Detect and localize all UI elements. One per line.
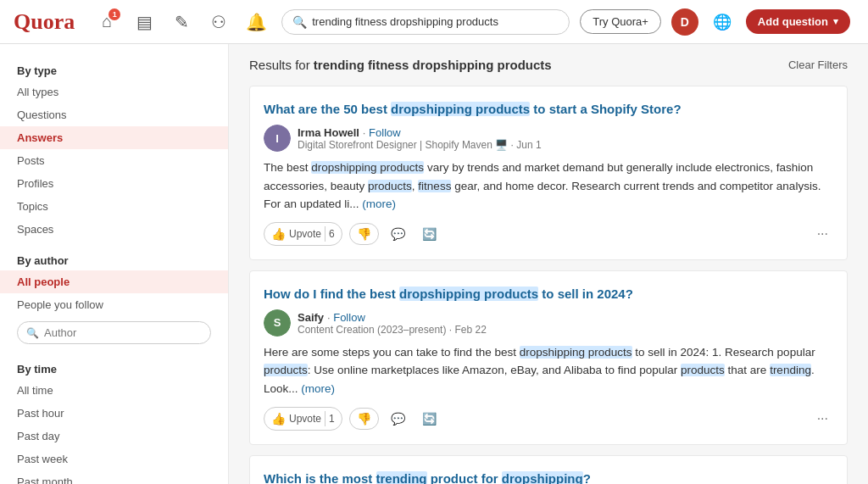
bell-icon: 🔔	[246, 12, 267, 32]
search-bar[interactable]: 🔍	[281, 9, 570, 35]
upvote-sep-1	[325, 226, 326, 242]
follow-link-2[interactable]: Follow	[333, 311, 365, 324]
logo[interactable]: Quora	[14, 9, 75, 35]
chevron-down-icon: ▾	[833, 16, 838, 27]
globe-icon[interactable]: 🌐	[709, 8, 736, 36]
by-type-section-title: By type	[0, 58, 228, 81]
bell-nav[interactable]: 🔔	[241, 7, 271, 37]
divider-2	[0, 349, 228, 356]
comment-icon-2: 💬	[391, 412, 405, 426]
more-link-2[interactable]: (more)	[301, 382, 335, 395]
upvote-count-2: 1	[329, 413, 335, 425]
author-dot-1: ·	[363, 126, 369, 139]
nav-icons: ⌂ 1 ▤ ✎ ⚇ 🔔	[92, 7, 271, 37]
follow-link-1[interactable]: Follow	[369, 126, 401, 139]
share-icon-2: 🔄	[422, 412, 437, 426]
highlight-body-7: trending	[770, 364, 811, 376]
sidebar-item-all-people[interactable]: All people	[0, 270, 228, 293]
highlight-3a: trending	[376, 471, 427, 484]
sidebar-item-all-types[interactable]: All types	[0, 81, 228, 103]
group-nav[interactable]: ⚇	[203, 7, 234, 37]
clear-filters-button[interactable]: Clear Filters	[788, 58, 848, 71]
card-actions-2: 👍 Upvote 1 👎 💬 🔄 ···	[264, 407, 833, 431]
user-avatar[interactable]: D	[671, 8, 698, 36]
highlight-body-2: products	[368, 180, 412, 192]
sidebar-item-topics[interactable]: Topics	[0, 195, 228, 218]
edit-nav[interactable]: ✎	[166, 7, 197, 37]
share-button-2[interactable]: 🔄	[417, 409, 442, 429]
avatar-2: S	[264, 309, 291, 337]
sidebar-item-all-time[interactable]: All time	[0, 379, 228, 402]
highlight-body-3: fitness	[418, 180, 451, 192]
sidebar-item-questions[interactable]: Questions	[0, 103, 228, 126]
upvote-icon-1: 👍	[271, 227, 286, 241]
sidebar-item-past-day[interactable]: Past day	[0, 425, 228, 448]
downvote-button-2[interactable]: 👎	[349, 408, 379, 430]
author-name-row-2: Saify · Follow	[298, 310, 833, 324]
search-icon: 🔍	[292, 15, 307, 29]
comment-button-1[interactable]: 💬	[386, 224, 410, 244]
answer-body-1: The best dropshipping products vary by t…	[264, 159, 833, 214]
sidebar-item-past-week[interactable]: Past week	[0, 448, 228, 470]
edit-icon: ✎	[175, 12, 189, 32]
layout: By type All types Questions Answers Post…	[0, 44, 868, 484]
upvote-button-2[interactable]: 👍 Upvote 1	[264, 407, 342, 431]
upvote-label-2: Upvote	[289, 413, 321, 425]
upvote-sep-2	[325, 411, 326, 426]
highlight-body-4: dropshipping products	[520, 346, 632, 359]
sidebar-item-past-hour[interactable]: Past hour	[0, 402, 228, 425]
main-content: Results for trending fitness dropshippin…	[229, 44, 868, 484]
results-header: Results for trending fitness dropshippin…	[249, 58, 848, 72]
highlight-body-5: products	[264, 364, 308, 376]
highlight-body-1: dropshipping products	[311, 161, 424, 174]
comment-icon-1: 💬	[391, 227, 405, 241]
results-title: Results for trending fitness dropshippin…	[249, 58, 552, 72]
author-search-box[interactable]: 🔍	[17, 321, 211, 344]
header: Quora ⌂ 1 ▤ ✎ ⚇ 🔔 🔍 Try Quora+ D 🌐 Add q…	[0, 0, 868, 44]
author-name-1[interactable]: Irma Howell	[298, 126, 359, 139]
avatar-1: I	[264, 125, 291, 152]
try-quora-button[interactable]: Try Quora+	[580, 9, 661, 34]
search-input[interactable]	[312, 15, 559, 28]
answer-card-1: What are the 50 best dropshipping produc…	[249, 86, 848, 260]
list-icon: ▤	[136, 12, 153, 32]
author-meta-2: Content Creation (2023–present) · Feb 22	[298, 324, 833, 336]
downvote-icon-2: 👎	[357, 412, 371, 426]
question-link-2[interactable]: How do I find the best dropshipping prod…	[264, 285, 833, 303]
question-link-3[interactable]: Which is the most trending product for d…	[264, 470, 833, 484]
answer-body-2: Here are some steps you can take to find…	[264, 343, 833, 398]
highlight-body-6: products	[681, 364, 725, 376]
sidebar-item-people-you-follow[interactable]: People you follow	[0, 293, 228, 316]
author-search-icon: 🔍	[26, 327, 39, 339]
share-icon-1: 🔄	[422, 227, 437, 241]
more-options-button-1[interactable]: ···	[812, 223, 833, 245]
upvote-icon-2: 👍	[271, 412, 286, 426]
by-time-section-title: By time	[0, 356, 228, 379]
results-query: trending fitness dropshipping products	[314, 58, 552, 72]
highlight-1: dropshipping products	[391, 102, 530, 116]
card-actions-1: 👍 Upvote 6 👎 💬 🔄 ···	[264, 222, 833, 246]
sidebar-item-past-month[interactable]: Past month	[0, 470, 228, 484]
share-button-1[interactable]: 🔄	[417, 224, 442, 244]
author-info-2: Saify · Follow Content Creation (2023–pr…	[298, 310, 833, 336]
add-question-button[interactable]: Add question ▾	[746, 9, 850, 34]
author-meta-1: Digital Storefront Designer | Shopify Ma…	[298, 139, 833, 151]
downvote-button-1[interactable]: 👎	[349, 223, 379, 245]
sidebar-item-profiles[interactable]: Profiles	[0, 172, 228, 195]
answer-card-2: How do I find the best dropshipping prod…	[249, 270, 848, 445]
author-search-input[interactable]	[44, 326, 202, 339]
sidebar-item-posts[interactable]: Posts	[0, 149, 228, 172]
author-name-2[interactable]: Saify	[298, 311, 324, 324]
more-link-1[interactable]: (more)	[362, 197, 396, 210]
group-icon: ⚇	[211, 12, 226, 32]
sidebar-item-spaces[interactable]: Spaces	[0, 218, 228, 241]
highlight-3b: dropshipping	[502, 471, 583, 484]
home-nav[interactable]: ⌂ 1	[92, 7, 122, 37]
sidebar: By type All types Questions Answers Post…	[0, 44, 229, 484]
sidebar-item-answers[interactable]: Answers	[0, 126, 228, 149]
more-options-button-2[interactable]: ···	[812, 408, 833, 430]
upvote-button-1[interactable]: 👍 Upvote 6	[264, 222, 342, 246]
question-link-1[interactable]: What are the 50 best dropshipping produc…	[264, 100, 833, 118]
comment-button-2[interactable]: 💬	[386, 409, 410, 429]
list-nav[interactable]: ▤	[129, 7, 159, 37]
